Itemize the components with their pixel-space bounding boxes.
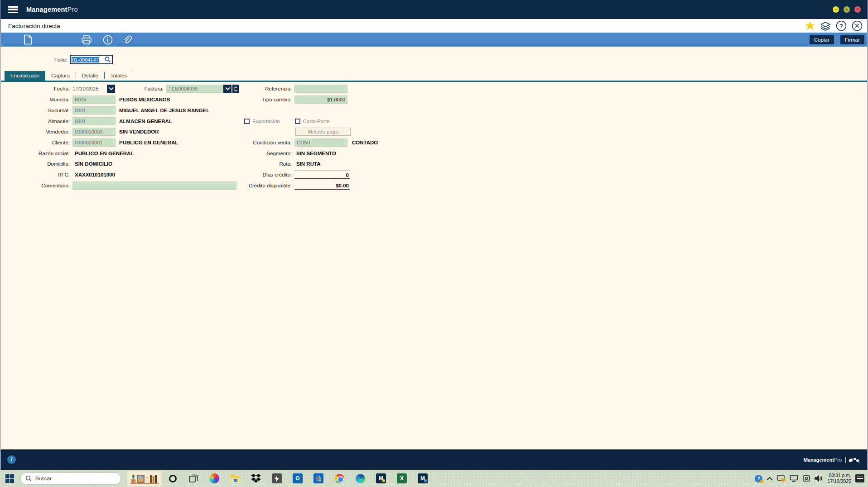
- remote-help-tray-icon[interactable]: ?: [755, 475, 762, 482]
- almacen-desc: ALMACEN GENERAL: [116, 119, 172, 124]
- start-button[interactable]: [5, 474, 14, 483]
- moneda-label: Moneda:: [1, 97, 72, 102]
- print-icon[interactable]: [81, 35, 92, 45]
- search-placeholder: Buscar: [35, 476, 52, 481]
- cast-screen-icon[interactable]: [777, 475, 786, 482]
- sucursal-input[interactable]: [72, 106, 116, 115]
- vendedor-input[interactable]: [72, 128, 116, 136]
- help-icon[interactable]: ?: [836, 20, 847, 31]
- search-icon: [25, 475, 32, 482]
- volume-icon[interactable]: [815, 475, 823, 482]
- close-button[interactable]: ×: [854, 6, 861, 13]
- managementpro-icon[interactable]: M: [376, 473, 386, 483]
- folio-input[interactable]: 01-0004147: [70, 55, 113, 64]
- folio-value: 01-0004147: [72, 57, 99, 62]
- tab-encabezado[interactable]: Encabezado: [5, 71, 45, 81]
- fecha-label: Fecha:: [1, 86, 72, 91]
- taskbar-search-input[interactable]: Buscar: [20, 473, 121, 485]
- cliente-desc: PUBLICO EN GENERAL: [116, 140, 178, 145]
- screen: ManagementPro − + × Facturación directa …: [0, 0, 868, 487]
- tab-underline: [1, 81, 867, 82]
- razon-social-label: Razón social:: [1, 151, 72, 156]
- exportacion-label: Exportación: [252, 119, 280, 124]
- vendedor-label: Vendedor:: [1, 129, 72, 134]
- tab-totales[interactable]: Totales: [105, 71, 133, 81]
- fecha-value[interactable]: 17/10/2025: [72, 86, 107, 91]
- dias-credito-value: 0: [294, 171, 350, 179]
- sign-button[interactable]: Firmar: [840, 35, 864, 44]
- almacen-label: Almacén:: [1, 119, 72, 124]
- clock-time: 03:31 p.m.: [827, 473, 851, 478]
- carta-porte-label: Carta Porte: [303, 119, 330, 124]
- exportacion-checkbox-box[interactable]: [244, 119, 250, 124]
- taskbar-clock[interactable]: 03:31 p.m. 17/10/2025: [827, 473, 851, 484]
- fecha-dropdown-button[interactable]: [107, 85, 115, 93]
- footer-info-icon[interactable]: i: [7, 455, 16, 464]
- maximize-button[interactable]: +: [844, 6, 850, 13]
- exportacion-checkbox[interactable]: Exportación: [244, 119, 280, 124]
- minimize-button[interactable]: −: [833, 6, 839, 13]
- dropbox-icon[interactable]: [251, 474, 261, 483]
- excel-icon[interactable]: X: [396, 473, 407, 483]
- ruta-value: SIN RUTA: [294, 161, 320, 167]
- desktop-thumbnail-app[interactable]: [127, 471, 162, 486]
- menu-icon[interactable]: [8, 6, 18, 13]
- managementpro-alt-icon[interactable]: M: [417, 473, 428, 483]
- layers-icon[interactable]: [820, 21, 831, 31]
- app-footer: i ManagementPro: [0, 449, 868, 470]
- lightning-app-icon[interactable]: [271, 473, 282, 483]
- content-area: Folio: 01-0004147 Encabezado Captura Det…: [0, 47, 868, 449]
- tray-chevron-up-icon[interactable]: [767, 477, 773, 481]
- task-view-icon[interactable]: [188, 474, 199, 482]
- attachment-icon[interactable]: [122, 35, 132, 45]
- ms-store-icon[interactable]: [313, 473, 324, 483]
- tipo-cambio-input[interactable]: [294, 95, 347, 104]
- credito-disponible-value: $0.00: [294, 181, 350, 190]
- search-icon[interactable]: [104, 56, 111, 63]
- cliente-input[interactable]: [72, 138, 116, 147]
- new-document-icon[interactable]: [24, 34, 32, 45]
- ruta-label: Ruta:: [173, 161, 294, 167]
- window-controls: − + ×: [833, 6, 861, 13]
- info-icon[interactable]: [103, 35, 113, 45]
- moneda-desc: PESOS MEXICANOS: [116, 97, 170, 102]
- rfc-label: RFC:: [1, 172, 72, 177]
- file-explorer-icon[interactable]: [230, 474, 241, 483]
- outlook-icon[interactable]: O: [292, 473, 303, 483]
- copilot-icon[interactable]: [209, 473, 220, 483]
- favorite-star-icon[interactable]: [805, 21, 815, 31]
- almacen-input[interactable]: [72, 117, 116, 125]
- edge-icon[interactable]: [355, 474, 366, 483]
- referencia-input[interactable]: [294, 85, 347, 93]
- tab-bar: Encabezado Captura Detalle Totales: [5, 70, 133, 81]
- tab-captura[interactable]: Captura: [45, 71, 76, 81]
- metodo-pago-button[interactable]: Método pago: [295, 128, 351, 136]
- carta-porte-checkbox-box[interactable]: [295, 119, 300, 124]
- opera-ring-icon[interactable]: [167, 475, 178, 482]
- chrome-icon[interactable]: [334, 474, 345, 483]
- moneda-input[interactable]: [72, 95, 116, 104]
- copy-button[interactable]: Copiar: [810, 35, 834, 44]
- condicion-venta-input[interactable]: [294, 138, 347, 147]
- condicion-venta-desc: CONTADO: [347, 140, 378, 145]
- tablet-mode-icon[interactable]: [802, 475, 810, 482]
- condicion-venta-label: Condición venta:: [173, 140, 294, 145]
- cliente-label: Cliente:: [1, 140, 72, 145]
- close-window-icon[interactable]: [852, 20, 863, 31]
- network-display-icon[interactable]: [790, 475, 798, 482]
- domicilio-value: SIN DOMICILIO: [72, 161, 112, 167]
- app-titlebar: ManagementPro − + ×: [0, 0, 868, 19]
- svg-text:?: ?: [839, 23, 843, 29]
- app-brand: ManagementPro: [26, 6, 78, 13]
- factura-label: Factura:: [123, 86, 166, 91]
- windows-taskbar: Buscar O M X: [0, 470, 868, 487]
- clock-date: 17/10/2025: [827, 478, 851, 484]
- tab-detalle[interactable]: Detalle: [76, 71, 104, 81]
- toolbar: Copiar Firmar: [0, 33, 868, 47]
- sucursal-label: Sucursal:: [1, 108, 72, 113]
- sucursal-desc: MIGUEL ANGEL DE JESUS RANGEL: [116, 108, 209, 113]
- notification-center-icon[interactable]: [855, 474, 864, 482]
- referencia-label: Referencia:: [173, 86, 294, 91]
- carta-porte-checkbox[interactable]: Carta Porte: [295, 119, 330, 124]
- folio-label: Folio:: [1, 57, 70, 62]
